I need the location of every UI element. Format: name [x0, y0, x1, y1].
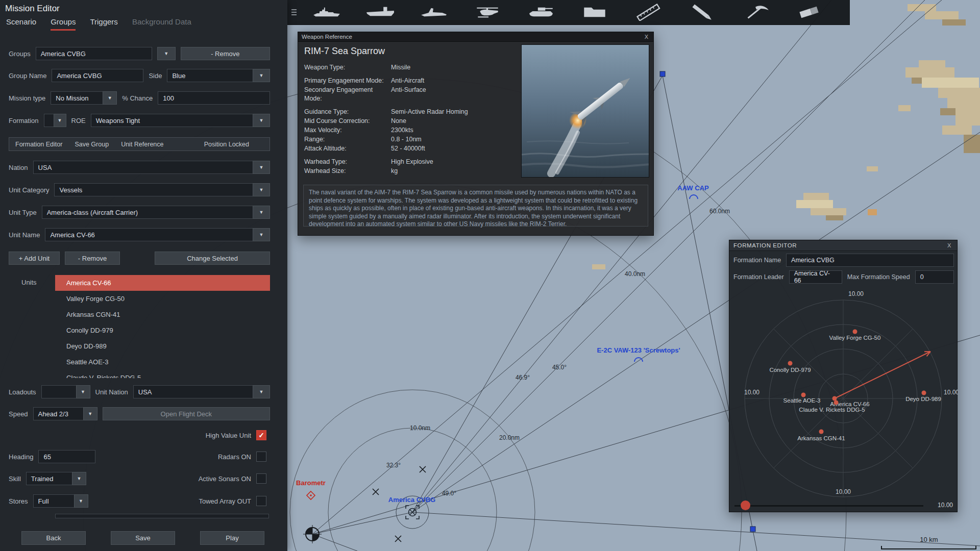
side-dropdown-button[interactable]: ▼ [253, 69, 270, 82]
friendly-air-symbol[interactable] [690, 195, 698, 199]
formation-unit-dot[interactable] [832, 396, 837, 401]
formation-unit-dot[interactable] [853, 330, 857, 334]
remove-group-button[interactable]: - Remove [181, 47, 270, 60]
formation-leader-input[interactable]: America CV-66 [789, 270, 842, 284]
unit-name-select[interactable]: America CV-66 ▼ [45, 228, 270, 241]
save-button[interactable]: Save [111, 531, 175, 545]
speed-select[interactable]: Ahead 2/3 ▼ [33, 407, 97, 420]
nation-select[interactable]: USA ▼ [33, 161, 270, 174]
formation-unit-dot[interactable] [788, 361, 793, 366]
formation-dropdown-button[interactable]: ▼ [54, 114, 66, 127]
formation-select[interactable]: ▼ [44, 114, 66, 127]
pencil-icon[interactable] [686, 2, 718, 23]
close-icon[interactable]: X [946, 242, 953, 248]
mission-type-select[interactable]: No Mission ▼ [51, 91, 117, 105]
save-group-link[interactable]: Save Group [75, 141, 109, 148]
change-selected-button[interactable]: Change Selected [155, 252, 270, 265]
pickaxe-icon[interactable] [740, 2, 771, 23]
active-sonars-checkbox[interactable] [256, 473, 266, 484]
roe-dropdown-button[interactable]: ▼ [253, 114, 270, 127]
nav-point-square[interactable] [750, 527, 755, 532]
aircraft-icon[interactable] [418, 2, 450, 23]
skill-label: Skill [9, 475, 21, 483]
unit-category-select[interactable]: Vessels ▼ [54, 183, 270, 196]
formation-name-input[interactable]: America CVBG [786, 254, 954, 267]
waypoint-cross[interactable] [420, 466, 426, 472]
unit-list-item[interactable]: Deyo DD-989 [55, 338, 270, 354]
formation-unit-label: Valley Forge CG-50 [829, 335, 881, 341]
unit-list-item[interactable]: Seattle AOE-3 [55, 354, 270, 370]
map-range-label: 10.0nm [410, 424, 430, 432]
open-flight-deck-button[interactable]: Open Flight Deck [103, 407, 270, 420]
group-name-input[interactable]: America CVBG [52, 69, 143, 82]
formation-unit-dot[interactable] [819, 430, 824, 434]
formation-axis-label: 10.00 [744, 389, 760, 396]
groups-input[interactable]: America CVBG [36, 47, 152, 60]
play-button[interactable]: Play [200, 531, 264, 545]
tab-scenario[interactable]: Scenario [6, 17, 36, 31]
formation-unit-dot[interactable] [801, 393, 806, 397]
ruler-icon[interactable] [632, 2, 664, 23]
waypoint-cross[interactable] [373, 489, 379, 495]
unit-nation-select[interactable]: USA ▼ [133, 385, 270, 398]
carrier-icon[interactable] [364, 2, 396, 23]
back-button[interactable]: Back [21, 531, 86, 545]
unit-type-dropdown-button[interactable]: ▼ [253, 206, 270, 219]
stores-select[interactable]: Full ▼ [33, 494, 88, 508]
formation-unit-dot[interactable] [834, 400, 839, 405]
weapon-window-titlebar[interactable]: Weapon Reference X [298, 32, 653, 42]
unit-list-item[interactable]: Conolly DD-979 [55, 322, 270, 338]
unit-reference-link[interactable]: Unit Reference [121, 141, 163, 148]
tank-icon[interactable] [525, 2, 557, 23]
formation-editor-link[interactable]: Formation Editor [15, 141, 62, 148]
nation-dropdown-button[interactable]: ▼ [253, 161, 270, 174]
unit-list-item[interactable]: America CV-66 [55, 275, 270, 291]
slider-handle[interactable] [741, 500, 750, 510]
tab-triggers[interactable]: Triggers [90, 17, 117, 31]
formation-window-titlebar[interactable]: FORMATION EDITOR X [729, 240, 957, 251]
unit-category-dropdown-button[interactable]: ▼ [253, 183, 270, 196]
units-label: Units [21, 279, 37, 286]
folder-icon[interactable] [579, 2, 610, 23]
eraser-icon[interactable] [793, 2, 825, 23]
slider-track[interactable] [734, 505, 923, 507]
high-value-unit-checkbox[interactable]: ✓ [256, 430, 266, 440]
speed-dropdown-button[interactable]: ▼ [83, 407, 97, 420]
unit-list-item[interactable]: Claude V. Rickets DDG-5 [55, 370, 270, 378]
heading-input[interactable]: 65 [38, 450, 95, 463]
loadouts-label: Loadouts [9, 388, 36, 396]
unit-list-item[interactable]: Arkansas CGN-41 [55, 307, 270, 322]
unit-list-item[interactable]: Valley Forge CG-50 [55, 291, 270, 307]
mission-type-dropdown-button[interactable]: ▼ [103, 91, 117, 105]
max-formation-speed-input[interactable]: 0 [915, 270, 954, 284]
helicopter-icon[interactable] [472, 2, 503, 23]
groups-dropdown-button[interactable]: ▼ [157, 47, 176, 60]
nav-point-square[interactable] [660, 71, 665, 77]
toolbar-grip-icon[interactable] [291, 5, 300, 20]
skill-select[interactable]: Trained ▼ [26, 472, 86, 485]
loadouts-dropdown-button[interactable]: ▼ [76, 385, 90, 398]
unit-name-dropdown-button[interactable]: ▼ [253, 228, 270, 241]
chance-input[interactable]: 100 [158, 91, 270, 105]
stores-dropdown-button[interactable]: ▼ [74, 494, 88, 508]
waypoint-cross[interactable] [395, 536, 401, 542]
chevron-down-icon: ▼ [259, 210, 264, 215]
add-unit-button[interactable]: + Add Unit [9, 252, 60, 265]
formation-chart[interactable]: 10.0010.0010.0010.00Valley Forge CG-50Co… [729, 286, 958, 500]
remove-unit-button[interactable]: - Remove [65, 252, 120, 265]
unit-type-select[interactable]: America-class (Aircraft Carrier) ▼ [42, 206, 270, 219]
roe-select[interactable]: Weapons Tight ▼ [91, 114, 270, 127]
tab-background-data[interactable]: Background Data [132, 17, 191, 31]
unit-nation-dropdown-button[interactable]: ▼ [253, 385, 270, 398]
tab-groups[interactable]: Groups [51, 17, 76, 31]
side-select[interactable]: Blue ▼ [167, 69, 270, 82]
radars-on-checkbox[interactable] [256, 452, 266, 462]
loadouts-select[interactable]: ▼ [41, 385, 90, 398]
skill-dropdown-button[interactable]: ▼ [72, 472, 86, 485]
warship-icon[interactable] [311, 2, 342, 23]
formation-unit-dot[interactable] [922, 391, 926, 395]
chevron-down-icon: ▼ [259, 232, 264, 237]
towed-array-checkbox[interactable] [256, 496, 266, 506]
close-icon[interactable]: X [643, 34, 650, 40]
position-locked-link[interactable]: Position Locked [204, 141, 249, 148]
